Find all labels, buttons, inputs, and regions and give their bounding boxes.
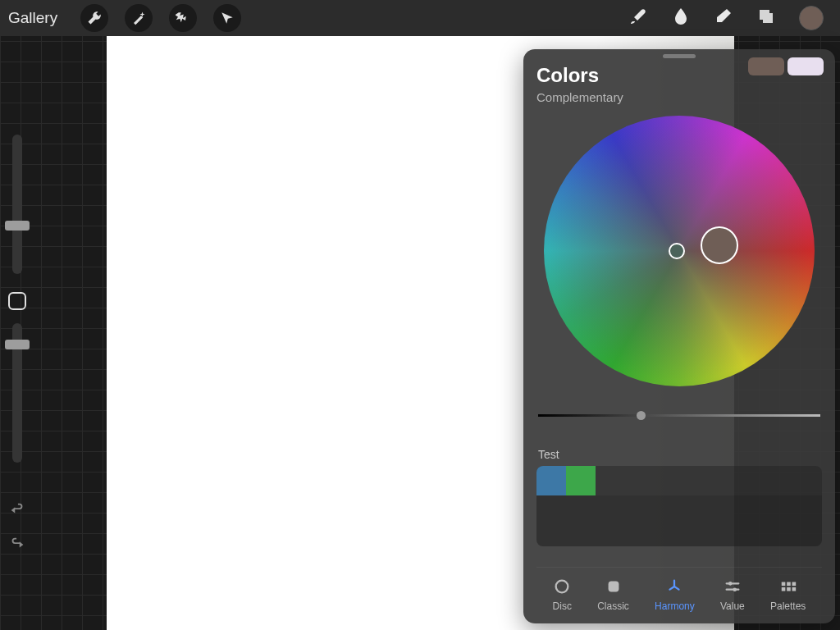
current-color-swatch-panel[interactable] <box>788 57 824 75</box>
svg-rect-7 <box>781 587 785 591</box>
color-panel-tabs: Disc Classic Harmony Value Palettes <box>536 567 822 615</box>
svg-rect-6 <box>792 582 796 587</box>
rounded-square-icon <box>605 578 623 596</box>
svg-point-3 <box>733 587 737 591</box>
value-slider[interactable] <box>538 414 820 417</box>
redo-icon[interactable] <box>8 535 26 556</box>
harmony-icon <box>665 578 683 596</box>
brush-icon[interactable] <box>628 7 648 30</box>
gallery-button[interactable]: Gallery <box>8 9 57 27</box>
harmony-mode-label[interactable]: Complementary <box>536 90 822 104</box>
smudge-icon[interactable] <box>671 7 691 30</box>
svg-rect-1 <box>608 582 619 592</box>
eraser-icon[interactable] <box>714 7 733 30</box>
tab-harmony[interactable]: Harmony <box>655 578 695 612</box>
top-toolbar: Gallery <box>0 0 840 36</box>
palette-empty-row[interactable] <box>536 495 822 546</box>
color-wheel[interactable] <box>544 116 815 386</box>
actions-wrench-icon[interactable] <box>80 4 108 32</box>
panel-top-swatches <box>748 57 824 75</box>
undo-redo-group <box>3 500 31 556</box>
grid-icon <box>779 578 797 596</box>
svg-rect-4 <box>781 582 785 587</box>
sliders-icon <box>724 578 742 596</box>
tab-disc[interactable]: Disc <box>553 578 572 612</box>
svg-point-2 <box>728 582 733 586</box>
opacity-slider[interactable] <box>12 323 22 463</box>
side-slider-group <box>3 135 31 468</box>
palette-swatch[interactable] <box>536 466 566 495</box>
move-arrow-icon[interactable] <box>213 4 241 32</box>
circle-outline-icon <box>553 578 571 596</box>
panel-drag-handle[interactable] <box>663 54 696 58</box>
selection-icon[interactable] <box>169 4 197 32</box>
complement-color-pick[interactable] <box>669 243 685 259</box>
toolbar-left-group: Gallery <box>8 4 241 32</box>
palette-swatch[interactable] <box>566 466 596 495</box>
current-color-swatch[interactable] <box>799 6 824 30</box>
svg-rect-9 <box>792 587 796 591</box>
prev-color-swatch[interactable] <box>748 57 784 75</box>
palette-swatch-row <box>536 466 822 495</box>
toolbar-right-group <box>628 6 832 30</box>
palette-name[interactable]: Test <box>536 443 822 466</box>
svg-rect-8 <box>787 587 791 591</box>
adjustments-wand-icon[interactable] <box>125 4 153 32</box>
palette-section: Test <box>536 443 822 546</box>
color-picker-square-icon[interactable] <box>8 292 26 310</box>
brush-size-slider[interactable] <box>12 135 22 274</box>
colors-panel: Colors Complementary Test Disc Classic <box>523 49 835 623</box>
undo-icon[interactable] <box>8 500 26 522</box>
tab-palettes[interactable]: Palettes <box>770 578 806 612</box>
svg-point-0 <box>556 581 568 593</box>
tab-classic[interactable]: Classic <box>597 578 629 612</box>
tab-value[interactable]: Value <box>720 578 745 612</box>
layers-icon[interactable] <box>756 7 776 30</box>
svg-rect-5 <box>787 582 791 587</box>
